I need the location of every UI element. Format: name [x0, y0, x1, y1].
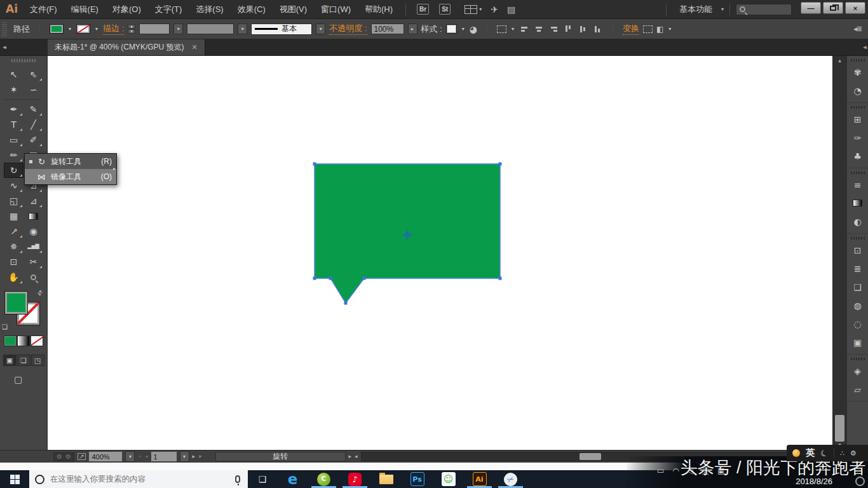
- asset-export-panel[interactable]: ◌: [849, 315, 867, 333]
- slice-tool[interactable]: ✂: [24, 254, 43, 269]
- menu-item-3[interactable]: 文字(T): [148, 4, 189, 15]
- opacity-panel-link[interactable]: 不透明度 :: [329, 23, 367, 35]
- restore-button[interactable]: [823, 2, 843, 14]
- workspace-switcher[interactable]: 基本功能: [672, 4, 719, 15]
- touch-workspace-icon[interactable]: ▤: [507, 5, 515, 14]
- rotate-tool[interactable]: ↻: [4, 163, 24, 178]
- artboard-number-field[interactable]: 1: [151, 452, 177, 461]
- blend-tool[interactable]: ◉: [24, 224, 43, 239]
- menu-item-2[interactable]: 对象(O): [105, 4, 148, 15]
- lasso-tool[interactable]: ∽: [24, 82, 43, 97]
- export-icon[interactable]: ↗: [78, 453, 86, 460]
- stock-button[interactable]: St: [439, 4, 451, 15]
- edge-taskbar-button[interactable]: e: [277, 470, 308, 488]
- align-bottom-button[interactable]: [592, 24, 603, 34]
- shape-builder-tool[interactable]: ◱: [4, 193, 24, 208]
- style-dropdown-icon[interactable]: ▾: [461, 27, 466, 32]
- vertical-scroll-thumb[interactable]: [835, 415, 844, 442]
- gradient-panel[interactable]: [849, 194, 867, 212]
- shape-mode-dropdown[interactable]: ▾: [667, 27, 672, 32]
- brush-definition-field[interactable]: 基本: [251, 24, 312, 35]
- dock-collapse-icon[interactable]: ◂◂: [832, 39, 868, 55]
- start-button[interactable]: [0, 470, 29, 488]
- selection-tool[interactable]: ↖: [4, 67, 24, 82]
- draw-normal-button[interactable]: ▣: [3, 355, 17, 366]
- taskbar-search-input[interactable]: [50, 475, 229, 484]
- last-artboard-button[interactable]: »: [198, 454, 202, 459]
- wrench-icon[interactable]: ⚙: [850, 450, 857, 457]
- magic-wand-tool[interactable]: ✶: [4, 82, 24, 97]
- netease-music-taskbar-button[interactable]: ♪: [339, 470, 370, 488]
- none-button[interactable]: [31, 336, 43, 346]
- status-display[interactable]: 旋转: [215, 452, 346, 461]
- control-panel-menu-icon[interactable]: ◂≣: [853, 25, 862, 32]
- swap-fill-stroke-icon[interactable]: ⇄: [36, 288, 44, 297]
- brush-definition-dropdown[interactable]: ▾: [316, 24, 325, 34]
- illustrator-taskbar-button[interactable]: Ai: [464, 470, 495, 488]
- dock-group-grip[interactable]: [851, 106, 865, 109]
- dock-group-grip[interactable]: [851, 358, 865, 360]
- stroke-weight-field[interactable]: [139, 24, 170, 34]
- rectangle-tool[interactable]: ▭: [4, 132, 24, 147]
- column-graph-tool[interactable]: ▂▅▇: [24, 239, 43, 254]
- menu-item-0[interactable]: 文件(F): [23, 4, 64, 15]
- dock-group-grip[interactable]: [851, 237, 865, 240]
- align-right-button[interactable]: [548, 24, 559, 34]
- share-icon[interactable]: ✈: [491, 5, 498, 14]
- app-search-input[interactable]: [749, 6, 783, 13]
- tab-close-icon[interactable]: ✕: [192, 44, 198, 51]
- input-method-bar[interactable]: 英 ☾ ∴ ⚙: [787, 445, 868, 461]
- transparency-panel[interactable]: ◐: [849, 212, 867, 231]
- stroke-dropdown-icon[interactable]: ▾: [94, 27, 99, 32]
- cc-libraries-panel[interactable]: ◍: [849, 296, 867, 315]
- bridge-button[interactable]: Br: [417, 4, 429, 15]
- brushes-panel[interactable]: ✑: [849, 128, 867, 147]
- align-left-button[interactable]: [519, 24, 530, 34]
- align-top-button[interactable]: [563, 24, 574, 34]
- pen-tool[interactable]: ✒: [4, 102, 24, 117]
- photoshop-taskbar-button[interactable]: Ps: [402, 470, 433, 488]
- panel-grip[interactable]: [2, 22, 7, 36]
- scroll-up-icon[interactable]: ▴: [838, 58, 841, 64]
- color-panel[interactable]: ✾: [849, 63, 867, 81]
- ime-logo-icon[interactable]: [792, 449, 800, 457]
- eyedropper-tool[interactable]: ⊸: [4, 224, 24, 239]
- fill-color-swatch[interactable]: [50, 24, 64, 34]
- style-swatch[interactable]: [446, 24, 457, 34]
- transform-panel-link[interactable]: 变换: [623, 23, 639, 35]
- gradient-tool[interactable]: [24, 208, 43, 224]
- ime-language-indicator[interactable]: 英: [806, 447, 815, 459]
- width-profile-field[interactable]: [187, 24, 234, 34]
- screen-mode-button[interactable]: ▢: [0, 375, 22, 384]
- vertical-scrollbar[interactable]: ▴ ▾: [832, 56, 846, 450]
- moon-icon[interactable]: ☾: [819, 448, 829, 458]
- transform-panel[interactable]: ⊡: [849, 241, 867, 259]
- document-tab[interactable]: 未标题-1* @ 400% (CMYK/GPU 预览) ✕: [48, 39, 205, 55]
- menu-item-7[interactable]: 窗口(W): [314, 4, 358, 15]
- opacity-field[interactable]: 100%: [371, 24, 404, 34]
- dock-group-grip[interactable]: [851, 172, 865, 174]
- artboard-tool[interactable]: ⊡: [4, 254, 24, 269]
- layers-panel[interactable]: ◈: [849, 362, 867, 380]
- gradient-button[interactable]: [17, 336, 30, 346]
- perspective-grid-tool[interactable]: ⊿: [24, 193, 43, 208]
- stroke-panel[interactable]: ≡: [849, 175, 867, 194]
- smiley-app-taskbar-button[interactable]: ☺: [433, 470, 464, 488]
- previous-artboard-button[interactable]: ◂: [145, 454, 148, 459]
- bounding-box-icon[interactable]: [497, 25, 506, 33]
- tools-panel-grip[interactable]: [11, 59, 36, 62]
- opacity-expand-button[interactable]: ▸: [408, 24, 417, 34]
- recolor-artwork-icon[interactable]: ◕: [470, 25, 477, 34]
- stroke-panel-link[interactable]: 描边 :: [103, 23, 124, 35]
- draw-behind-button[interactable]: ❏: [17, 355, 31, 366]
- width-tool[interactable]: ∿: [4, 178, 24, 193]
- mesh-tool[interactable]: ▦: [4, 208, 24, 224]
- flyout-item-0[interactable]: ↻旋转工具(R): [25, 154, 116, 169]
- curvature-tool[interactable]: ✎: [24, 102, 43, 117]
- align-middle-button[interactable]: [578, 24, 588, 34]
- type-tool[interactable]: T: [4, 117, 24, 132]
- first-artboard-button[interactable]: «: [138, 454, 142, 459]
- zoom-level-field[interactable]: 400%: [89, 452, 122, 461]
- taskbar-search-box[interactable]: [29, 470, 248, 488]
- pencil-tool[interactable]: ✏: [4, 147, 24, 163]
